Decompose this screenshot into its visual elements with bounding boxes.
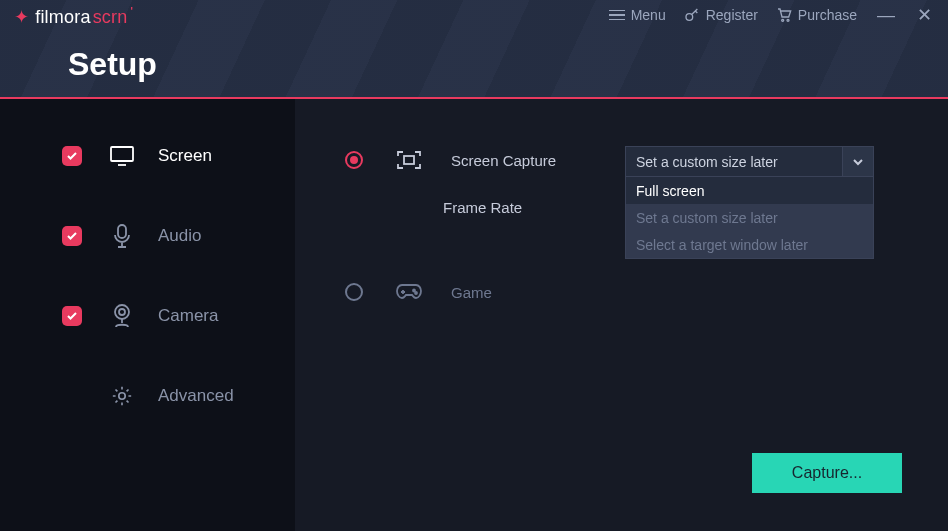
radio-game[interactable] bbox=[345, 283, 363, 301]
logo-word-1: filmora bbox=[35, 7, 90, 28]
menu-label: Menu bbox=[631, 7, 666, 23]
sidebar-item-camera[interactable]: Camera bbox=[0, 289, 295, 343]
option-screen-capture[interactable]: Screen Capture bbox=[345, 151, 556, 169]
header: ✦ filmora scrn ' Setup Menu Register Pur… bbox=[0, 0, 948, 99]
body: Screen Audio Camera bbox=[0, 99, 948, 531]
svg-point-7 bbox=[119, 393, 125, 399]
sidebar-item-label: Screen bbox=[158, 146, 212, 166]
checkbox-audio[interactable] bbox=[62, 226, 82, 246]
logo-spark-icon: ✦ bbox=[14, 6, 29, 28]
screen-capture-icon bbox=[395, 151, 423, 169]
svg-point-2 bbox=[787, 19, 789, 21]
frame-rate-label: Frame Rate bbox=[443, 199, 522, 216]
sidebar-item-label: Advanced bbox=[158, 386, 234, 406]
capture-size-dropdown[interactable]: Set a custom size later Full screen Set … bbox=[625, 146, 874, 259]
sidebar-item-advanced[interactable]: Advanced bbox=[0, 369, 295, 423]
sidebar-item-audio[interactable]: Audio bbox=[0, 209, 295, 263]
hamburger-icon bbox=[609, 10, 625, 21]
dropdown-option[interactable]: Set a custom size later bbox=[626, 204, 873, 231]
svg-rect-3 bbox=[111, 147, 133, 161]
minimize-button[interactable]: — bbox=[875, 6, 897, 24]
register-button[interactable]: Register bbox=[684, 7, 758, 23]
page-title: Setup bbox=[68, 46, 157, 83]
register-label: Register bbox=[706, 7, 758, 23]
capture-button[interactable]: Capture... bbox=[752, 453, 902, 493]
dropdown-toggle[interactable] bbox=[842, 147, 873, 176]
capture-button-label: Capture... bbox=[792, 464, 862, 482]
dropdown-option[interactable]: Full screen bbox=[626, 177, 873, 204]
mic-icon bbox=[110, 224, 134, 248]
sidebar: Screen Audio Camera bbox=[0, 99, 295, 531]
key-icon bbox=[684, 7, 700, 23]
close-button[interactable]: ✕ bbox=[915, 6, 934, 24]
gamepad-icon bbox=[395, 283, 423, 301]
svg-point-5 bbox=[115, 305, 129, 319]
purchase-button[interactable]: Purchase bbox=[776, 7, 857, 23]
radio-screen-capture[interactable] bbox=[345, 151, 363, 169]
checkbox-camera[interactable] bbox=[62, 306, 82, 326]
main-panel: Screen Capture Frame Rate Game Set a cus… bbox=[295, 99, 948, 531]
svg-rect-8 bbox=[404, 156, 414, 164]
dropdown-selected: Set a custom size later bbox=[626, 147, 842, 176]
app-logo: ✦ filmora scrn ' bbox=[14, 6, 132, 28]
option-game[interactable]: Game bbox=[345, 283, 492, 301]
menu-button[interactable]: Menu bbox=[609, 7, 666, 23]
chevron-down-icon bbox=[852, 156, 864, 168]
sidebar-item-label: Camera bbox=[158, 306, 218, 326]
svg-point-9 bbox=[413, 290, 415, 292]
svg-point-6 bbox=[119, 309, 125, 315]
monitor-icon bbox=[110, 146, 134, 166]
svg-point-0 bbox=[686, 14, 693, 21]
sidebar-item-screen[interactable]: Screen bbox=[0, 129, 295, 183]
frame-rate-row: Frame Rate bbox=[443, 199, 522, 216]
checkbox-spacer bbox=[62, 386, 82, 406]
screen-capture-label: Screen Capture bbox=[451, 152, 556, 169]
gear-icon bbox=[110, 385, 134, 407]
cart-icon bbox=[776, 7, 792, 23]
sidebar-item-label: Audio bbox=[158, 226, 201, 246]
camera-icon bbox=[110, 304, 134, 328]
topbar: Menu Register Purchase — ✕ bbox=[609, 6, 934, 24]
game-label: Game bbox=[451, 284, 492, 301]
dropdown-option[interactable]: Select a target window later bbox=[626, 231, 873, 258]
svg-point-1 bbox=[782, 19, 784, 21]
svg-rect-4 bbox=[118, 225, 126, 238]
logo-reg-mark: ' bbox=[130, 6, 133, 17]
dropdown-head[interactable]: Set a custom size later bbox=[625, 146, 874, 177]
svg-point-10 bbox=[415, 292, 417, 294]
logo-word-2: scrn bbox=[93, 7, 128, 28]
dropdown-list: Full screen Set a custom size later Sele… bbox=[625, 177, 874, 259]
checkbox-screen[interactable] bbox=[62, 146, 82, 166]
purchase-label: Purchase bbox=[798, 7, 857, 23]
